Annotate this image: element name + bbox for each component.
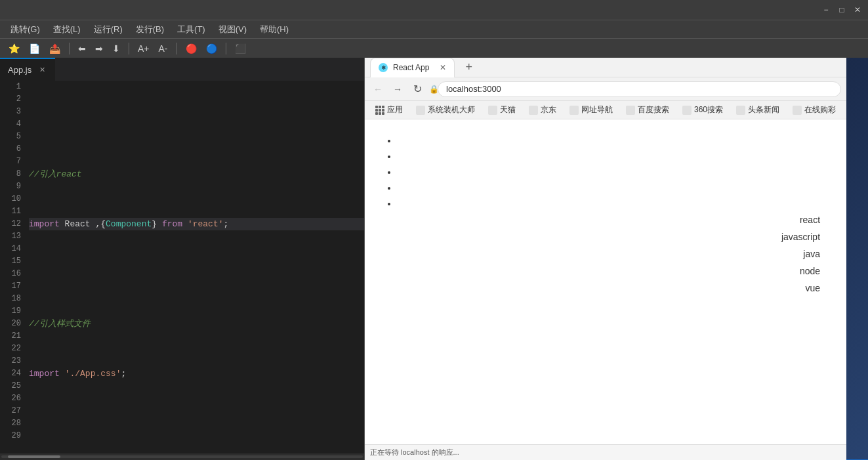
close-button[interactable]: ✕ [852,5,863,15]
line-num-20: 20 [0,318,21,330]
line-num-3: 3 [0,106,21,118]
bookmark-page-icon [793,106,802,115]
maximize-button[interactable]: □ [837,5,847,15]
title-bar: − □ ✕ [0,0,868,20]
browser-address-bar: ← → ↻ 🔒 [365,77,846,101]
bookmark-2-label: 天猫 [500,104,516,115]
line-num-27: 27 [0,405,21,417]
bookmark-page-icon [736,106,745,115]
bookmark-page-icon [529,106,538,115]
code-area[interactable]: 1 2 3 4 5 6 7 8 9 10 11 12 13 14 15 16 1… [0,81,364,453]
new-tab-button[interactable]: + [465,60,472,74]
line-num-25: 25 [0,380,21,392]
line-num-11: 11 [0,205,21,218]
line-num-4: 4 [0,118,21,131]
toolbar-btn-2[interactable]: 📄 [26,42,43,55]
side-item-java: java [781,245,820,262]
scrollbar-thumb[interactable] [8,455,60,458]
bookmark-8-label: 在线购彩 [804,104,836,115]
side-item-vue: vue [781,280,820,297]
bookmark-5[interactable]: 百度搜索 [621,103,674,117]
list-item-java [398,164,833,180]
line-num-9: 9 [0,180,21,193]
code-line-1 [29,118,364,131]
react-favicon: ⚛ [379,63,388,72]
side-item-javascript: javascript [781,228,820,245]
editor-tab-appjs[interactable]: App.js ✕ [0,58,55,81]
bookmark-page-icon [488,106,497,115]
bookmark-6[interactable]: 360搜索 [677,103,728,117]
line-num-24: 24 [0,367,21,380]
code-line-6: import './App.css'; [29,367,364,380]
browser-tab-close[interactable]: ✕ [440,63,446,72]
bookmark-apps[interactable]: 应用 [370,103,408,117]
editor-scrollbar[interactable] [0,453,364,460]
refresh-button[interactable]: ↻ [409,81,425,97]
toolbar-btn-7[interactable]: A+ [134,42,153,55]
menu-find[interactable]: 查找(L) [48,22,86,37]
line-num-28: 28 [0,417,21,430]
line-num-10: 10 [0,193,21,205]
toolbar-btn-9[interactable]: 🔴 [182,42,200,55]
toolbar-btn-3[interactable]: 📤 [46,42,64,55]
code-content[interactable]: //引入react import React ,{Component} from… [26,81,364,453]
toolbar-btn-4[interactable]: ⬅ [75,42,89,55]
line-num-12: 12 [0,218,21,230]
line-num-16: 16 [0,268,21,280]
list-item-vue [398,196,833,211]
line-num-22: 22 [0,343,21,355]
toolbar-btn-11[interactable]: ⬛ [232,42,249,55]
toolbar-separator-1 [69,43,70,54]
right-panel [846,58,868,460]
bookmark-4[interactable]: 网址导航 [564,103,618,117]
apps-dot [375,109,378,112]
line-num-15: 15 [0,255,21,268]
side-item-node: node [781,262,820,280]
side-item-react: react [781,211,820,228]
forward-button[interactable]: → [390,81,405,97]
toolbar-btn-10[interactable]: 🔵 [203,42,220,55]
minimize-button[interactable]: − [821,5,831,15]
menu-publish[interactable]: 发行(B) [131,22,169,37]
apps-dot [382,109,384,112]
apps-dot [379,106,381,108]
browser-tab[interactable]: ⚛ React App ✕ [370,58,455,77]
toolbar-btn-6[interactable]: ⬇ [109,42,123,55]
apps-dot [379,109,381,112]
list-item-react [398,133,833,148]
address-input[interactable] [438,81,841,97]
menu-view[interactable]: 视图(V) [213,22,252,37]
bookmark-3[interactable]: 京东 [524,103,562,117]
editor-panel: App.js ✕ 1 2 3 4 5 6 7 8 9 10 11 12 13 1… [0,58,364,460]
menu-tools[interactable]: 工具(T) [172,22,211,37]
apps-dot [379,112,381,115]
toolbar-btn-8[interactable]: A- [155,42,171,55]
bookmark-8[interactable]: 在线购彩 [787,103,841,117]
browser-content: react javascript java node vue [365,119,846,444]
bookmark-2[interactable]: 天猫 [483,103,521,117]
menu-help[interactable]: 帮助(H) [255,22,294,37]
toolbar-separator-3 [176,43,177,54]
code-line-7 [29,417,364,430]
apps-icon [375,106,384,115]
line-num-21: 21 [0,330,21,343]
apps-dot [382,112,384,115]
menu-run[interactable]: 运行(R) [89,22,128,37]
bookmark-7[interactable]: 头条新闻 [731,103,785,117]
bookmark-5-label: 百度搜索 [638,104,669,115]
bookmark-6-label: 360搜索 [694,104,723,115]
line-num-23: 23 [0,355,21,367]
toolbar-btn-5[interactable]: ➡ [92,42,106,55]
code-line-5: //引入样式文件 [29,318,364,330]
tab-close-button[interactable]: ✕ [37,65,47,75]
apps-dot [375,112,378,115]
line-num-7: 7 [0,156,21,168]
back-button[interactable]: ← [370,81,386,97]
line-num-8: 8 [0,168,21,180]
bookmark-1[interactable]: 系统装机大师 [411,103,480,117]
toolbar-btn-1[interactable]: ⭐ [5,42,23,55]
bookmark-page-icon [416,106,425,115]
menu-goto[interactable]: 跳转(G) [5,22,45,37]
scrollbar-track[interactable] [1,455,363,458]
line-num-19: 19 [0,305,21,318]
